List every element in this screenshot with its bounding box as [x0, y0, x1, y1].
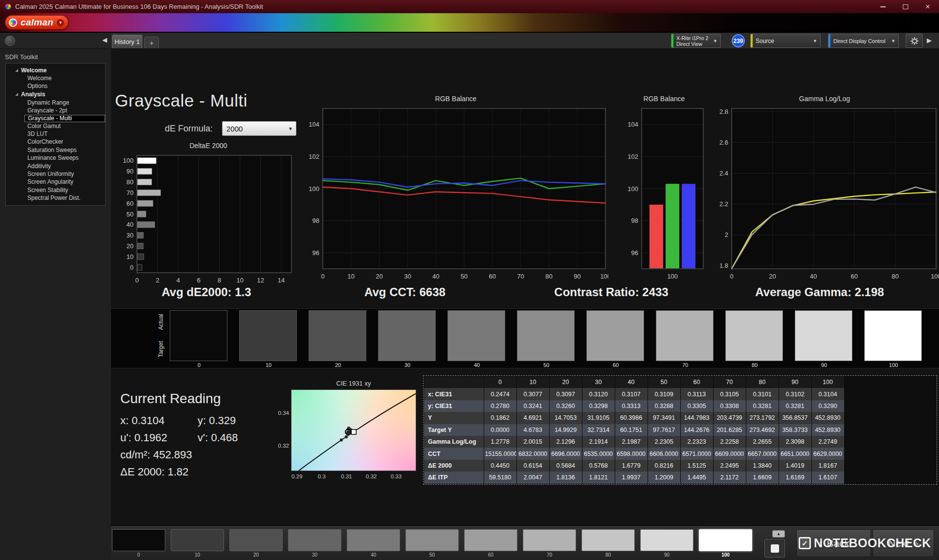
svg-text:2.6: 2.6: [719, 139, 728, 146]
patch-window-button[interactable]: [764, 539, 785, 558]
titlebar: Calman 2025 Calman Ultimate for Business…: [0, 0, 939, 13]
sidebar-item-color-gamut[interactable]: Color Gamut: [6, 122, 105, 130]
cell: 6609.0000: [713, 448, 746, 459]
sidebar-item-screen-uniformity[interactable]: Screen Uniformity: [6, 170, 105, 178]
gray-patch-30[interactable]: [378, 310, 436, 361]
panel-expand-icon[interactable]: ▶: [927, 37, 932, 43]
expander-icon[interactable]: [15, 93, 18, 96]
minimize-button[interactable]: [872, 0, 894, 13]
gray-patch-90[interactable]: [640, 529, 693, 551]
svg-text:60: 60: [489, 273, 496, 280]
sidebar-item-luminance-sweeps[interactable]: Luminance Sweeps: [6, 154, 105, 162]
cell: 1.4495: [680, 472, 713, 483]
gray-patch-100[interactable]: [864, 310, 922, 361]
gray-patch-50[interactable]: [517, 310, 575, 361]
minimize-icon: [880, 6, 886, 7]
close-button[interactable]: ×: [917, 0, 939, 13]
gray-patch-80[interactable]: [725, 310, 783, 361]
sidebar-item-options[interactable]: Options: [6, 82, 105, 90]
gray-patch-60[interactable]: [464, 529, 517, 551]
gray-patch-70[interactable]: [523, 529, 576, 551]
gray-patch-90[interactable]: [795, 310, 852, 361]
gray-patch-80[interactable]: [581, 529, 635, 551]
svg-text:0: 0: [730, 273, 733, 280]
back-button[interactable]: « Back: [796, 529, 871, 557]
gray-patch-30[interactable]: [288, 529, 341, 551]
cell: 97.7617: [648, 424, 680, 436]
cell: 2.3098: [779, 436, 811, 448]
svg-text:8: 8: [218, 277, 221, 284]
sidebar-item-3d-lut[interactable]: 3D LUT: [6, 130, 105, 138]
gray-patch-50[interactable]: [405, 529, 459, 551]
sidebar-item-screen-stability[interactable]: Screen Stability: [6, 186, 105, 194]
cell: 452.8930: [811, 424, 844, 436]
cell: 0.5684: [549, 460, 582, 472]
gray-patch-0[interactable]: [112, 529, 165, 551]
reading-y: y: 0.329: [198, 415, 238, 426]
sidebar-item-screen-angularity[interactable]: Screen Angularity: [6, 178, 105, 186]
sidebar-item-colorchecker[interactable]: ColorChecker: [6, 138, 105, 146]
meter-dropdown[interactable]: X-Rite i1Pro 2Direct View ▼: [671, 34, 721, 48]
svg-text:0: 0: [130, 264, 134, 271]
sidebar-item-grayscale-multi[interactable]: Grayscale - Multi: [24, 115, 105, 122]
calman-drop-icon: [9, 19, 17, 27]
maximize-button[interactable]: [894, 0, 917, 13]
display-control-dropdown[interactable]: Direct Display Control ▼: [828, 34, 899, 48]
gray-patch-20[interactable]: [229, 529, 283, 551]
svg-text:100: 100: [600, 273, 608, 280]
cell: 0.3113: [680, 388, 713, 400]
gray-patch-100[interactable]: [699, 529, 752, 551]
stat-average-gamma: Average Gamma: 2.198: [755, 285, 884, 299]
source-dropdown[interactable]: Source ▼: [750, 34, 821, 48]
sidebar-item-dynamic-range[interactable]: Dynamic Range: [6, 99, 105, 107]
cell: 0.3290: [811, 400, 844, 412]
sidebar-item-saturation-sweeps[interactable]: Saturation Sweeps: [6, 146, 105, 154]
svg-text:6: 6: [197, 277, 201, 284]
gray-patch-40[interactable]: [447, 310, 505, 361]
cell: 2.1987: [615, 436, 648, 448]
patch-cell: 20: [309, 310, 367, 368]
bottom-bar: 0102030405060708090100 ▲ « Back Next » ✓…: [111, 525, 939, 560]
calman-logo-button[interactable]: calman ▼: [5, 15, 68, 30]
sidebar-item-spectral-power-dist[interactable]: Spectral Power Dist.: [6, 194, 105, 202]
svg-text:2.4: 2.4: [719, 170, 728, 177]
meter-count-badge[interactable]: 239: [732, 34, 745, 47]
gray-patch-label: 100: [698, 552, 753, 558]
back-label: Back: [827, 538, 850, 549]
workflow-menu-button[interactable]: [5, 36, 15, 46]
sidebar: ◀ SDR Toolkit WelcomeWelcomeOptionsAnaly…: [0, 33, 111, 560]
patch-cell: 50: [517, 310, 576, 368]
sidebar-collapse-icon[interactable]: ◀: [102, 37, 107, 43]
gray-patch-label: 70: [522, 552, 577, 558]
target-row-label: Target: [157, 341, 164, 357]
gray-patch-60[interactable]: [586, 310, 644, 361]
svg-text:2.8: 2.8: [719, 108, 728, 115]
gray-patch-20[interactable]: [309, 310, 366, 361]
sidebar-title: SDR Toolkit: [5, 53, 111, 61]
gray-patch-10[interactable]: [171, 529, 224, 551]
cell: 144.7983: [680, 412, 713, 424]
de-formula-select[interactable]: 2000 ▼: [222, 121, 296, 136]
logo-menu-caret-icon[interactable]: ▼: [57, 19, 64, 26]
gray-patch-10[interactable]: [239, 310, 297, 361]
settings-button[interactable]: [906, 34, 923, 48]
gray-patch-label: 40: [346, 552, 401, 558]
gray-patch-0[interactable]: [170, 310, 227, 361]
expander-icon[interactable]: [15, 69, 18, 72]
gray-patch-40[interactable]: [347, 529, 400, 551]
cell: 356.8537: [779, 412, 811, 424]
cell: 2.2495: [713, 460, 746, 472]
patch-scroll-up-button[interactable]: ▲: [772, 530, 785, 538]
tree-group-analysis[interactable]: Analysis: [6, 90, 105, 99]
add-tab-button[interactable]: +: [144, 37, 159, 48]
tree-group-welcome[interactable]: Welcome: [6, 66, 105, 74]
next-button[interactable]: Next »: [872, 529, 934, 557]
gray-patch-70[interactable]: [656, 310, 714, 361]
sidebar-item-additivity[interactable]: Additivity: [6, 162, 105, 170]
cell: 0.3305: [680, 400, 713, 412]
svg-text:60: 60: [851, 273, 858, 280]
tab-history-1[interactable]: History 1: [112, 35, 142, 48]
gray-patch-label: 60: [464, 552, 518, 558]
sidebar-item-welcome[interactable]: Welcome: [6, 74, 105, 82]
sidebar-item-grayscale-2pt[interactable]: Grayscale - 2pt: [6, 107, 105, 114]
